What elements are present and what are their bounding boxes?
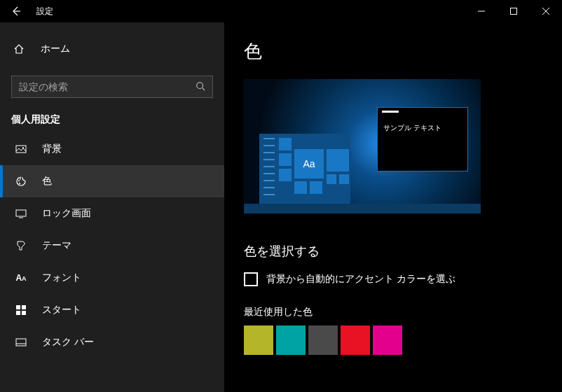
- sidebar-item-label: 色: [42, 175, 52, 188]
- svg-rect-13: [16, 305, 20, 309]
- lockscreen-icon: [14, 208, 28, 219]
- sidebar-section-header: 個人用設定: [0, 98, 224, 133]
- svg-rect-11: [16, 210, 26, 216]
- preview-start-menu: Aa: [259, 134, 350, 204]
- preview-window: サンプル テキスト: [377, 107, 468, 172]
- sidebar-item-label: 背景: [42, 143, 62, 155]
- sidebar-item-lockscreen[interactable]: ロック画面: [0, 197, 224, 230]
- sidebar-item-label: スタート: [42, 304, 81, 316]
- sidebar-home[interactable]: ホーム: [0, 35, 224, 63]
- page-heading: 色: [244, 39, 545, 64]
- sidebar-item-fonts[interactable]: AA フォント: [0, 262, 224, 294]
- svg-rect-17: [16, 339, 26, 346]
- svg-rect-1: [511, 8, 517, 15]
- preview-taskbar: [244, 204, 481, 214]
- maximize-icon: [510, 8, 517, 15]
- content-panel: 色 Aa サンプル テキスト 色を選択する 背景から自動的にアクセント カラーを…: [224, 22, 562, 392]
- start-icon: [14, 305, 28, 315]
- auto-accent-checkbox[interactable]: [244, 272, 258, 286]
- search-input[interactable]: [19, 81, 196, 92]
- color-swatch[interactable]: [308, 326, 338, 355]
- window-title: 設定: [32, 6, 53, 18]
- theme-preview: Aa サンプル テキスト: [244, 79, 481, 214]
- auto-accent-checkbox-row[interactable]: 背景から自動的にアクセント カラーを選ぶ: [244, 272, 545, 286]
- sidebar-item-label: テーマ: [42, 239, 71, 252]
- sidebar-item-taskbar[interactable]: タスク バー: [0, 326, 224, 358]
- sidebar-item-label: フォント: [42, 272, 81, 284]
- arrow-left-icon: [11, 6, 22, 17]
- minimize-icon: [478, 8, 485, 15]
- preview-tile-aa: Aa: [294, 149, 324, 178]
- sidebar: ホーム 個人用設定 背景 色 ロック画面 テーマ AA フォント スタート タス…: [0, 22, 224, 392]
- titlebar: 設定: [0, 0, 562, 22]
- maximize-button[interactable]: [498, 0, 530, 22]
- search-input-container[interactable]: [11, 76, 213, 98]
- picture-icon: [14, 144, 28, 155]
- svg-line-5: [203, 88, 205, 90]
- recent-color-swatches: [244, 326, 545, 355]
- svg-rect-6: [16, 146, 26, 153]
- svg-point-7: [22, 147, 24, 148]
- sidebar-item-start[interactable]: スタート: [0, 294, 224, 326]
- palette-icon: [14, 176, 28, 187]
- svg-rect-15: [16, 311, 20, 315]
- color-swatch[interactable]: [373, 326, 402, 355]
- sidebar-home-label: ホーム: [41, 43, 70, 55]
- minimize-button[interactable]: [465, 0, 498, 22]
- color-swatch[interactable]: [341, 326, 370, 355]
- auto-accent-label: 背景から自動的にアクセント カラーを選ぶ: [266, 273, 455, 286]
- sidebar-item-label: ロック画面: [42, 207, 91, 220]
- sidebar-item-colors[interactable]: 色: [0, 165, 224, 197]
- search-icon: [196, 81, 205, 93]
- svg-rect-14: [22, 305, 26, 309]
- taskbar-icon: [14, 337, 28, 348]
- svg-point-8: [18, 180, 20, 181]
- svg-point-9: [20, 178, 21, 180]
- fonts-icon: AA: [14, 273, 28, 283]
- home-icon: [13, 43, 25, 55]
- preview-sample-text: サンプル テキスト: [378, 119, 467, 137]
- back-button[interactable]: [0, 0, 32, 22]
- svg-point-4: [197, 82, 203, 88]
- close-icon: [542, 8, 549, 15]
- themes-icon: [14, 240, 28, 251]
- sidebar-item-themes[interactable]: テーマ: [0, 230, 224, 262]
- color-swatch[interactable]: [244, 326, 273, 355]
- close-button[interactable]: [530, 0, 562, 22]
- choose-color-heading: 色を選択する: [244, 243, 545, 260]
- recent-colors-heading: 最近使用した色: [244, 306, 545, 318]
- sidebar-item-label: タスク バー: [42, 336, 94, 349]
- svg-point-10: [19, 183, 20, 184]
- svg-rect-16: [22, 311, 26, 315]
- sidebar-item-background[interactable]: 背景: [0, 133, 224, 165]
- color-swatch[interactable]: [276, 326, 306, 355]
